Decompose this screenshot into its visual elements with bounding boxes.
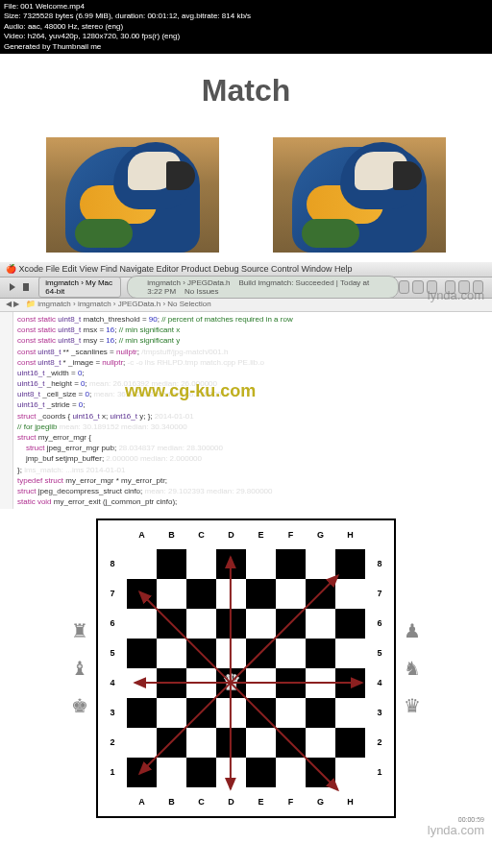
line-gutter [0, 312, 13, 509]
timestamp-3: 00:00:59 [458, 816, 484, 823]
right-pieces: ♟ ♞ ♛ [396, 619, 429, 717]
king-icon: ♚ [71, 694, 88, 717]
chessboard: ABCDEFGH887766554♛4332211ABCDEFGH [96, 518, 396, 818]
parrot-images [0, 137, 492, 253]
match-slide: Match [0, 54, 492, 262]
meta-video: Video: h264, yuv420p, 1280x720, 30.00 fp… [4, 32, 488, 41]
meta-size: Size: 7325528 bytes (6.99 MiB), duration… [4, 12, 488, 21]
knight-icon: ♞ [404, 657, 421, 680]
build-status: imgmatch › JPEGData.h Build imgmatch: Su… [127, 276, 399, 299]
lynda-watermark: lynda.com [428, 288, 484, 302]
cg-ku-watermark: www.cg-ku.com [125, 379, 256, 403]
parrot-left [46, 137, 219, 253]
parrot-right [273, 137, 446, 253]
left-pieces: ♜ ♝ ♚ [63, 619, 96, 717]
queen-icon: ♛ [404, 694, 421, 717]
run-button[interactable] [10, 283, 15, 291]
editor-mode-2-icon[interactable] [412, 280, 423, 294]
jump-bar[interactable]: ◀ ▶ 📁 imgmatch › imgmatch › JPEGData.h ›… [0, 299, 492, 312]
meta-gen: Generated by Thumbnail me [4, 42, 488, 52]
code-editor[interactable]: www.cg-ku.com const static uint8_t const… [0, 312, 492, 509]
menu-items[interactable]: Xcode File Edit View Find Navigate Edito… [19, 264, 353, 274]
xcode-toolbar: imgmatch › My Mac 64-bit imgmatch › JPEG… [0, 277, 492, 299]
chess-diagram: ♜ ♝ ♚ ABCDEFGH887766554♛4332211ABCDEFGH [0, 509, 492, 847]
bishop-icon: ♝ [71, 657, 88, 680]
lynda-watermark-3: lynda.com [428, 823, 484, 837]
rook-icon: ♜ [71, 619, 88, 642]
meta-audio: Audio: aac, 48000 Hz, stereo (eng) [4, 22, 488, 32]
editor-mode-icon[interactable] [399, 280, 409, 294]
match-title: Match [0, 73, 492, 108]
stop-button[interactable] [23, 283, 29, 291]
apple-icon[interactable]: 🍎 [6, 264, 16, 274]
meta-file: File: 001 Welcome.mp4 [4, 2, 488, 12]
scheme-selector[interactable]: imgmatch › My Mac 64-bit [38, 277, 121, 298]
video-metadata: File: 001 Welcome.mp4 Size: 7325528 byte… [0, 0, 492, 54]
pawn-icon: ♟ [404, 619, 421, 642]
